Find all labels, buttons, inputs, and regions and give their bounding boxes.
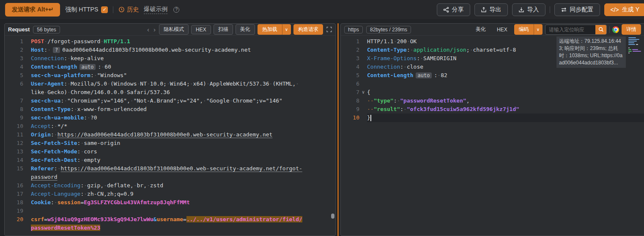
line-number: 3 bbox=[5, 54, 23, 63]
code-line: 4Content-Lengthauto:·​60 bbox=[5, 63, 335, 71]
import-button[interactable]: 导入 bbox=[512, 3, 545, 16]
request-editor[interactable]: 1POST·​/forgot-password·​HTTP/1.12Host:·… bbox=[5, 36, 335, 236]
hot-reload-dropdown[interactable]: ∨ bbox=[282, 24, 291, 35]
fold-margin bbox=[23, 46, 31, 54]
generate-yaml-button[interactable]: </> 生成 Y bbox=[604, 3, 644, 16]
sync-arrows-icon bbox=[561, 7, 567, 13]
code-line: 8··"type":·​"passwordResetToken", bbox=[341, 97, 644, 105]
code-text: sec-ch-ua-mobile:·​?0 bbox=[31, 114, 101, 122]
fold-margin bbox=[23, 54, 31, 63]
code-text: Host:·​?0aad006e044adcd1803bf310008b00e0… bbox=[31, 46, 255, 54]
fold-margin bbox=[359, 114, 367, 122]
share-icon bbox=[443, 7, 449, 13]
hex-button-response[interactable]: HEX bbox=[493, 25, 512, 34]
scan-button[interactable]: 扫描 bbox=[214, 24, 233, 35]
help-icon[interactable]: ? bbox=[173, 7, 179, 13]
encode-group: 编码 ∨ bbox=[514, 24, 543, 35]
code-text: Content-Type:·​x-www-form-urlencoded bbox=[31, 105, 151, 114]
beautify-button-request[interactable]: 美化 bbox=[236, 24, 255, 35]
fold-margin bbox=[23, 139, 31, 147]
encode-dropdown[interactable]: ∨ bbox=[534, 24, 543, 35]
fold-arrow-icon[interactable]: ∨ bbox=[359, 88, 367, 97]
beautify-button-response[interactable]: 美化 bbox=[471, 25, 490, 34]
split-handle[interactable] bbox=[337, 23, 339, 236]
fold-margin bbox=[359, 46, 367, 54]
privacy-mode-button[interactable]: 隐私模式 bbox=[159, 24, 189, 35]
force-https-toggle[interactable]: 强制 HTTPS ✓ bbox=[65, 6, 108, 14]
fullscreen-icon[interactable] bbox=[326, 27, 332, 32]
code-text: Connection:·​keep-alive bbox=[31, 54, 108, 63]
code-text: Sec-Fetch-Site:·​same-origin bbox=[31, 139, 124, 147]
code-text bbox=[367, 80, 644, 88]
response-stats-badge: 82bytes / 239ms bbox=[366, 26, 411, 33]
code-line: 5sec-ch-ua-platform:·​"Windows" bbox=[5, 71, 335, 80]
code-line: 1POST·​/forgot-password·​HTTP/1.1 bbox=[5, 37, 335, 46]
search-input[interactable] bbox=[545, 25, 595, 34]
code-text: Sec-Fetch-Dest:·​empty bbox=[31, 156, 104, 164]
code-line: 7∨{ bbox=[341, 88, 644, 97]
fold-margin bbox=[23, 215, 31, 232]
code-line: 10} bbox=[341, 114, 644, 122]
encode-button[interactable]: 编码 bbox=[514, 24, 534, 35]
minimap[interactable] bbox=[628, 37, 644, 54]
import-label: 导入 bbox=[527, 6, 539, 14]
line-number: 20 bbox=[5, 215, 23, 232]
code-line: 17Accept-Language:·​zh-CN,zh;q=0.9 bbox=[5, 190, 335, 198]
details-button[interactable]: 详情 bbox=[622, 24, 641, 35]
fold-margin bbox=[23, 122, 31, 130]
code-text bbox=[31, 207, 35, 215]
text-cursor bbox=[370, 115, 371, 121]
fold-margin bbox=[23, 198, 31, 207]
history-next-button[interactable]: › bbox=[153, 26, 156, 33]
line-number: 7 bbox=[5, 97, 23, 105]
line-number: 1 bbox=[5, 37, 23, 46]
send-request-button[interactable]: 发送请求 Alt+↵ bbox=[5, 3, 60, 17]
fold-margin bbox=[23, 181, 31, 190]
export-button[interactable]: 导出 bbox=[474, 3, 508, 16]
code-line: 2Host:·​?0aad006e044adcd1803bf310008b00e… bbox=[5, 46, 335, 54]
search-icon[interactable] bbox=[595, 25, 606, 34]
code-text: ··"type":·​"passwordResetToken", bbox=[367, 97, 644, 105]
response-toolbar: 美化 HEX 编码 ∨ 详情 bbox=[471, 24, 641, 35]
line-number: 5 bbox=[5, 71, 23, 80]
fold-margin bbox=[359, 71, 367, 80]
chrome-browser-icon[interactable] bbox=[612, 26, 619, 33]
response-editor[interactable]: 远端地址：79.125.84.16:443; 响应时间：239ms; 总耗时：1… bbox=[341, 36, 644, 236]
import-icon bbox=[518, 7, 524, 13]
top-right-actions: 分享 导出 导入 同步配置 </> 生成 Y bbox=[437, 3, 639, 16]
hot-reload-group: 热加载 ∨ bbox=[258, 24, 291, 35]
fold-margin bbox=[359, 80, 367, 88]
code-line: 7sec-ch-ua:·​"Chromium";v="146",·​"Not-A… bbox=[5, 97, 335, 105]
code-text: } bbox=[367, 114, 644, 122]
fold-margin bbox=[23, 105, 31, 114]
code-text: Accept:·​*/* bbox=[31, 122, 71, 130]
fold-margin bbox=[23, 207, 31, 215]
history-label: 历史 bbox=[127, 6, 139, 14]
code-line: 19 bbox=[5, 207, 335, 215]
sync-config-label: 同步配置 bbox=[570, 6, 594, 14]
code-line: 6User-Agent:·​Mozilla/5.0·​(Windows·​NT·… bbox=[5, 80, 335, 97]
construct-request-button[interactable]: 构造请求 bbox=[293, 24, 323, 35]
hot-reload-button[interactable]: 热加载 bbox=[258, 24, 282, 35]
request-panel-header: Request 56 bytes ‹ › 隐私模式 HEX 扫描 美化 热加载 … bbox=[5, 24, 335, 36]
share-button[interactable]: 分享 bbox=[437, 3, 470, 16]
fold-margin bbox=[359, 105, 367, 114]
locate-response-search bbox=[545, 25, 607, 35]
code-line: 13Sec-Fetch-Mode:·​cors bbox=[5, 147, 335, 156]
scrollbar-thumb[interactable] bbox=[331, 214, 334, 219]
code-text: sec-ch-ua-platform:·​"Windows" bbox=[31, 71, 131, 80]
line-number: 1 bbox=[341, 37, 359, 46]
share-label: 分享 bbox=[452, 6, 464, 14]
code-line: 6 bbox=[341, 80, 644, 88]
history-button[interactable]: 历史 bbox=[118, 6, 139, 14]
code-text: Accept-Encoding:·​gzip,·​deflate,·​br,·​… bbox=[31, 181, 167, 190]
fold-margin bbox=[23, 190, 31, 198]
blast-example-link[interactable]: 爆破示例 bbox=[144, 6, 167, 14]
line-number: 18 bbox=[5, 198, 23, 207]
history-prev-button[interactable]: ‹ bbox=[146, 26, 150, 33]
sync-config-button[interactable]: 同步配置 bbox=[554, 3, 600, 16]
hex-button-request[interactable]: HEX bbox=[191, 25, 211, 34]
force-https-label: 强制 HTTPS bbox=[65, 6, 98, 14]
fold-margin bbox=[23, 156, 31, 164]
checkbox-checked-icon[interactable]: ✓ bbox=[101, 6, 108, 13]
